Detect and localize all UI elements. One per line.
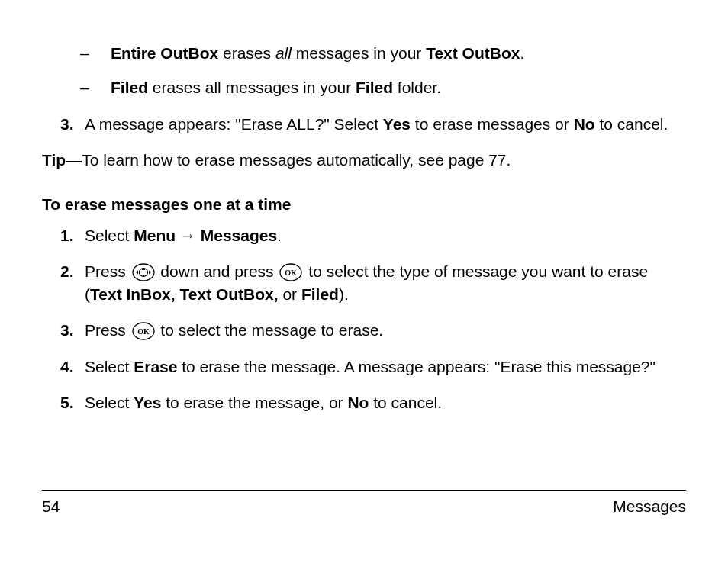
text: . xyxy=(520,44,524,62)
text: to erase the message. A message appears:… xyxy=(177,358,656,375)
text: messages in your xyxy=(292,44,426,62)
bold-text: Menu xyxy=(134,227,176,244)
sub-item: – Filed erases all messages in your File… xyxy=(80,76,686,98)
bold-text: Yes xyxy=(383,115,411,133)
text: to select the message to erase. xyxy=(160,321,383,339)
list-text: Select Erase to erase the message. A mes… xyxy=(85,355,656,378)
list-number: 3. xyxy=(60,319,85,341)
italic-text: all xyxy=(275,44,292,62)
list-text: Select Menu → Messages. xyxy=(85,224,282,246)
ok-key-icon: OK xyxy=(279,263,302,282)
list-number: 2. xyxy=(60,260,85,305)
list-text: A message appears: "Erase ALL?" Select Y… xyxy=(85,113,668,135)
list-number: 3. xyxy=(60,113,85,135)
text: Select xyxy=(85,358,134,375)
list-number: 1. xyxy=(60,224,85,246)
tip-text: To learn how to erase messages automatic… xyxy=(82,151,511,169)
text: folder. xyxy=(393,79,441,96)
text: . xyxy=(277,227,282,244)
text: erases xyxy=(218,44,275,62)
text: to erase the message, or xyxy=(161,394,347,411)
list-item: 3. Press OK to select the message to era… xyxy=(60,319,686,341)
ok-key-icon: OK xyxy=(132,322,155,340)
text: Press xyxy=(85,321,130,339)
text: to cancel. xyxy=(595,115,668,133)
list-number: 5. xyxy=(60,391,85,413)
list-item: 5. Select Yes to erase the message, or N… xyxy=(60,391,686,413)
footer-title: Messages xyxy=(613,495,686,517)
bold-text: No xyxy=(347,394,369,411)
arrow-text: → xyxy=(176,227,201,244)
text: A message appears: "Erase ALL?" Select xyxy=(85,115,383,133)
bold-text: Filed xyxy=(301,285,339,303)
text: Press xyxy=(85,262,130,280)
sub-item-text: Filed erases all messages in your Filed … xyxy=(111,76,441,98)
sub-item: – Entire OutBox erases all messages in y… xyxy=(80,42,686,64)
navigation-key-icon xyxy=(132,263,155,282)
sub-list: – Entire OutBox erases all messages in y… xyxy=(80,42,686,99)
bold-text: No xyxy=(574,115,595,133)
svg-marker-4 xyxy=(136,271,138,275)
svg-text:OK: OK xyxy=(285,269,298,277)
sub-item-text: Entire OutBox erases all messages in you… xyxy=(111,42,524,64)
bold-text: Filed xyxy=(356,79,393,96)
list-item: 2. Press down and press OK xyxy=(60,260,686,305)
dash-marker: – xyxy=(80,76,111,98)
text: or xyxy=(279,285,301,303)
bold-text: Text InBox, Text OutBox, xyxy=(90,285,279,303)
list-text: Select Yes to erase the message, or No t… xyxy=(85,391,442,413)
svg-marker-5 xyxy=(149,271,151,275)
bold-text: Text OutBox xyxy=(426,44,520,62)
page-number: 54 xyxy=(42,495,60,517)
bold-text: Messages xyxy=(201,227,277,244)
bold-text: Filed xyxy=(111,79,148,96)
list-item: 1. Select Menu → Messages. xyxy=(60,224,686,246)
list-item: 3. A message appears: "Erase ALL?" Selec… xyxy=(60,113,686,135)
dash-marker: – xyxy=(80,42,111,64)
text: Select xyxy=(85,227,134,244)
text: ). xyxy=(339,285,349,303)
page-footer: 54 Messages xyxy=(42,490,686,517)
text: Select xyxy=(85,394,134,411)
text: to erase messages or xyxy=(411,115,574,133)
text: to cancel. xyxy=(369,394,442,411)
text: down and press xyxy=(160,262,278,280)
list-text: Press down and press OK to select xyxy=(85,260,686,305)
list-item: 4. Select Erase to erase the message. A … xyxy=(60,355,686,378)
tip-label: Tip— xyxy=(42,151,82,169)
tip-line: Tip—To learn how to erase messages autom… xyxy=(42,149,686,171)
page-container: – Entire OutBox erases all messages in y… xyxy=(0,0,728,563)
bold-text: Yes xyxy=(134,394,161,411)
section-heading: To erase messages one at a time xyxy=(42,193,686,215)
bold-text: Erase xyxy=(134,358,177,375)
list-text: Press OK to select the message to erase. xyxy=(85,319,383,341)
list-number: 4. xyxy=(60,355,85,378)
bold-text: Entire OutBox xyxy=(111,44,218,62)
svg-text:OK: OK xyxy=(137,327,150,336)
text: erases all messages in your xyxy=(148,79,356,96)
